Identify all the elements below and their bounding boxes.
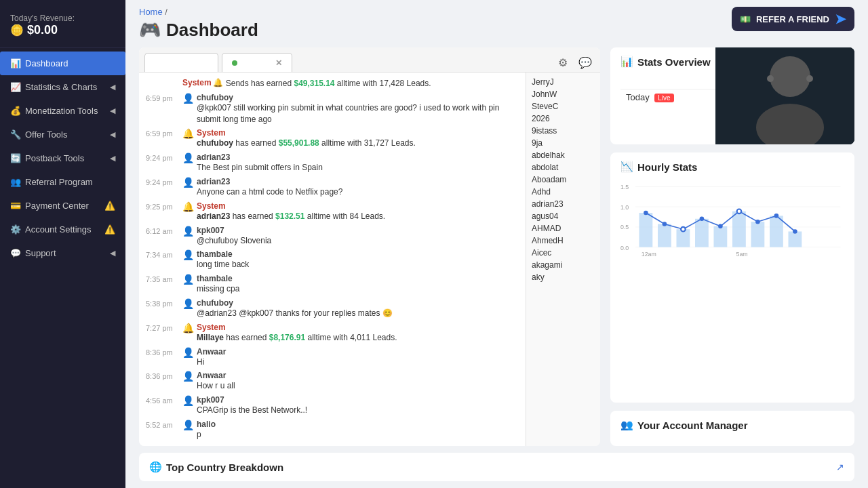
- hourly-chart: 1.5 1.0 0.5 0.0: [620, 180, 844, 261]
- breadcrumb-home[interactable]: Home: [139, 7, 163, 17]
- svg-point-25: [700, 217, 705, 222]
- svg-text:5am: 5am: [736, 251, 748, 258]
- country-breakdown-card: 🌐 Top Country Breakdown ↗: [139, 453, 854, 481]
- svg-point-1: [770, 56, 810, 97]
- chat-user-item[interactable]: 9istass: [532, 125, 595, 137]
- svg-rect-16: [695, 219, 709, 247]
- chat-message: 4:56 am 👤 kpk007 CPAGrip is the Best Net…: [146, 395, 519, 416]
- stats-overview-card: 📊 Stats Overview Views Today: [610, 47, 854, 144]
- hourly-stats-title: 📉 Hourly Stats: [620, 161, 844, 173]
- chat-user-item[interactable]: Adhd: [532, 186, 595, 198]
- chart-area: 1.5 1.0 0.5 0.0: [620, 180, 844, 261]
- page-title: 🎮 Dashboard: [139, 20, 258, 41]
- user-avatar: 👤: [182, 226, 194, 237]
- chat-user-item[interactable]: abdolat: [532, 161, 595, 174]
- svg-text:1.5: 1.5: [620, 184, 629, 190]
- johnw-label: JohnW: [241, 58, 270, 68]
- chat-user-item[interactable]: Aboadam: [532, 174, 595, 186]
- user-avatar: 👤: [182, 152, 194, 163]
- svg-point-29: [774, 214, 779, 218]
- dashboard-title-icon: 🎮: [139, 20, 161, 41]
- revenue-section: Today's Revenue: 🪙 $0.00: [0, 7, 125, 48]
- sidebar-item-offer[interactable]: 🔧 Offer Tools ◀: [0, 123, 125, 146]
- chat-user-item[interactable]: Aicec: [532, 247, 595, 259]
- tab-public-chat[interactable]: #Public Chat: [144, 53, 218, 72]
- system-icon: 🔔: [213, 78, 223, 87]
- chat-tabs: #Public Chat JohnW ✕ ⚙ 💬: [139, 47, 600, 73]
- svg-text:1.0: 1.0: [620, 204, 629, 211]
- warning-icon: ⚠️: [104, 201, 115, 211]
- refer-banner[interactable]: 💵 REFER A FRIEND ➤: [732, 7, 854, 31]
- user-avatar: 👤: [182, 420, 194, 430]
- chat-users-list: JerryJ JohnW SteveC 2026 9istass 9ja abd…: [526, 73, 600, 446]
- sidebar-item-payment[interactable]: 💳 Payment Center ⚠️: [0, 194, 125, 218]
- chat-user-item[interactable]: akagami: [532, 259, 595, 271]
- right-panel: 📊 Stats Overview Views Today: [610, 47, 854, 446]
- video-overlay: [715, 47, 854, 144]
- stats-icon: 📊: [620, 56, 633, 68]
- sidebar-item-statistics[interactable]: 📈 Statistics & Charts ◀: [0, 75, 125, 99]
- chat-user-item[interactable]: adrian23: [532, 198, 595, 210]
- chat-user-item[interactable]: agus04: [532, 210, 595, 222]
- system-avatar: 🔔: [182, 323, 194, 333]
- user-avatar: 👤: [182, 371, 194, 382]
- chat-user-item[interactable]: abdelhak: [532, 149, 595, 161]
- content-area: #Public Chat JohnW ✕ ⚙ 💬: [125, 41, 868, 453]
- chat-settings-button[interactable]: ⚙: [555, 54, 570, 72]
- svg-text:12am: 12am: [642, 251, 656, 258]
- chevron-icon: ◀: [110, 106, 115, 115]
- chat-user-item[interactable]: AHMAD: [532, 222, 595, 235]
- chat-user-item[interactable]: AhmedH: [532, 235, 595, 247]
- svg-point-26: [718, 224, 723, 229]
- chevron-icon: ◀: [110, 83, 115, 92]
- svg-point-30: [793, 229, 797, 234]
- user-avatar: 👤: [182, 298, 194, 309]
- svg-rect-13: [639, 213, 653, 247]
- svg-text:0.0: 0.0: [620, 245, 629, 251]
- expand-icon[interactable]: ↗: [836, 462, 844, 472]
- sidebar-nav: 📊 Dashboard 📈 Statistics & Charts ◀ 💰 Mo…: [0, 52, 125, 265]
- svg-rect-21: [789, 232, 802, 247]
- chat-message: 8:36 pm 👤 Anwaar Hi: [146, 347, 519, 368]
- chat-user-item[interactable]: JohnW: [532, 88, 595, 100]
- live-badge: Live: [654, 94, 673, 102]
- header-left: Home / 🎮 Dashboard: [139, 7, 258, 41]
- chat-panel: #Public Chat JohnW ✕ ⚙ 💬: [139, 47, 600, 446]
- chat-compose-button[interactable]: 💬: [576, 54, 595, 72]
- sidebar-item-postback[interactable]: 🔄 Postback Tools ◀: [0, 146, 125, 170]
- chat-user-item[interactable]: SteveC: [532, 100, 595, 113]
- tab-johnw[interactable]: JohnW ✕: [222, 53, 292, 72]
- svg-rect-20: [770, 216, 783, 247]
- user-avatar: 👤: [182, 347, 194, 358]
- chevron-icon: ◀: [110, 249, 115, 258]
- svg-rect-17: [714, 226, 728, 247]
- svg-rect-19: [751, 222, 765, 247]
- svg-point-27: [737, 209, 742, 214]
- revenue-amount: 🪙 $0.00: [10, 23, 115, 37]
- svg-point-24: [681, 227, 686, 232]
- svg-rect-14: [658, 224, 671, 247]
- sidebar-item-referral[interactable]: 👥 Referral Program: [0, 170, 125, 194]
- online-indicator: [232, 60, 237, 66]
- chat-user-item[interactable]: 2026: [532, 113, 595, 125]
- payment-icon: 💳: [10, 201, 21, 211]
- account-manager-card: 👥 Your Account Manager: [610, 411, 854, 446]
- bottom-section: 🌐 Top Country Breakdown ↗: [125, 453, 868, 488]
- sidebar-item-support[interactable]: 💬 Support ◀: [0, 241, 125, 265]
- chat-user-item[interactable]: aky: [532, 271, 595, 283]
- sidebar-item-account[interactable]: ⚙️ Account Settings ⚠️: [0, 218, 125, 241]
- close-tab-icon[interactable]: ✕: [275, 58, 282, 68]
- chat-user-item[interactable]: JerryJ: [532, 76, 595, 88]
- user-avatar: 👤: [182, 93, 194, 104]
- chat-actions: ⚙ 💬: [555, 54, 595, 72]
- support-icon: 💬: [10, 248, 21, 258]
- sidebar-item-dashboard[interactable]: 📊 Dashboard: [0, 52, 125, 75]
- user-avatar: 👤: [182, 177, 194, 188]
- chat-message: 9:24 pm 👤 adrian23 The Best pin submit o…: [146, 152, 519, 174]
- globe-icon: 🌐: [149, 461, 162, 473]
- sidebar-item-monetization[interactable]: 💰 Monetization Tools ◀: [0, 99, 125, 123]
- chat-user-item[interactable]: 9ja: [532, 137, 595, 149]
- chevron-icon: ◀: [110, 130, 115, 139]
- hourly-stats-card: 📉 Hourly Stats 1.5 1.0 0.5 0.0: [610, 152, 854, 403]
- country-card-title: 🌐 Top Country Breakdown: [149, 461, 283, 473]
